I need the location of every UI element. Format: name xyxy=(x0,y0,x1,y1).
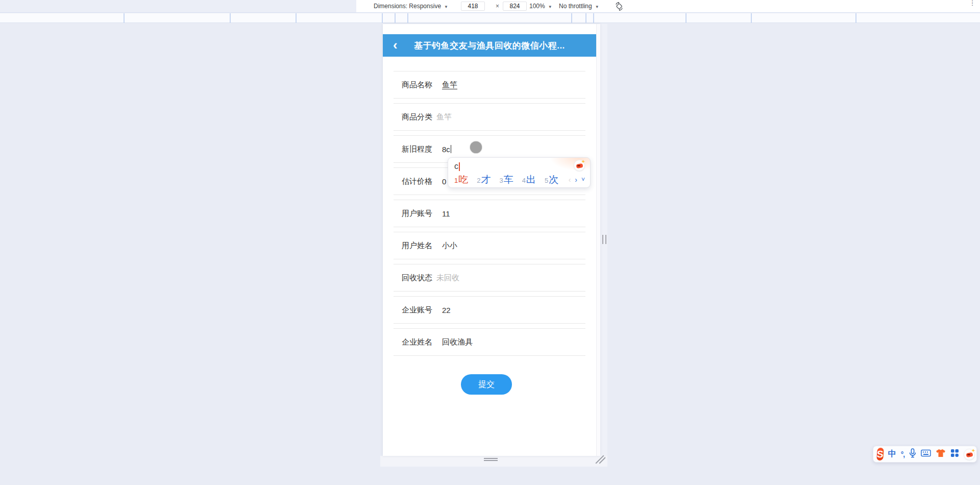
ime-candidate-row: 1吃2才3车4出5次‹›˅ xyxy=(454,173,585,186)
toolbox-grid-icon[interactable] xyxy=(950,449,959,459)
media-query-line xyxy=(407,13,408,23)
form-row-label: 企业姓名 xyxy=(402,337,433,347)
zoom-value: 100% xyxy=(529,3,545,10)
page-title: 基于钓鱼交友与渔具回收的微信小程... xyxy=(383,40,596,52)
form-row[interactable]: 企业账号22 xyxy=(394,296,585,324)
skin-tshirt-icon[interactable] xyxy=(936,449,946,459)
form-row-placeholder[interactable]: 未回收 xyxy=(436,273,459,283)
form-row-value[interactable]: 0 xyxy=(442,177,446,186)
devtools-device-toolbar: Dimensions: Responsive▼ × 100%▼ No throt… xyxy=(0,0,980,13)
page-scrollbar[interactable] xyxy=(596,24,600,456)
keyboard-icon[interactable] xyxy=(921,449,931,459)
form-row-label: 商品分类 xyxy=(402,112,433,122)
form-row-value[interactable]: 回收渔具 xyxy=(442,337,473,347)
candidate-text: 出 xyxy=(526,173,536,186)
toolbar-surface xyxy=(356,0,980,12)
viewport-resize-handle-bottom[interactable] xyxy=(484,458,498,461)
media-query-line xyxy=(685,13,687,23)
ime-candidate[interactable]: 4出 xyxy=(522,173,536,186)
candidate-text: 次 xyxy=(549,173,558,186)
media-query-line xyxy=(585,13,586,23)
form-row-label: 估计价格 xyxy=(402,177,433,186)
candidate-index: 2 xyxy=(477,177,480,184)
media-query-line xyxy=(124,13,125,23)
ime-candidate[interactable]: 1吃 xyxy=(454,173,468,186)
chevron-down-icon: ▼ xyxy=(548,5,552,9)
form-row-label: 企业账号 xyxy=(402,305,433,315)
form-row-label: 用户账号 xyxy=(402,209,433,219)
prev-page-icon[interactable]: ‹ xyxy=(569,176,571,184)
form-row[interactable]: 用户姓名小小 xyxy=(394,232,585,259)
expand-icon[interactable]: ˅ xyxy=(581,176,585,183)
recycle-form: 商品名称鱼竿商品分类鱼竿新旧程度8c估计价格0用户账号11用户姓名小小回收状态未… xyxy=(394,71,585,360)
form-row-label: 商品名称 xyxy=(402,80,433,90)
rotate-viewport-icon[interactable] xyxy=(615,2,624,11)
media-query-line xyxy=(855,13,856,23)
sogou-ai-icon[interactable]: ✦ xyxy=(574,160,585,171)
candidate-index: 5 xyxy=(545,177,548,184)
viewport-width-input[interactable] xyxy=(461,2,485,11)
app-header: ‹ 基于钓鱼交友与渔具回收的微信小程... xyxy=(383,34,596,57)
touch-cursor xyxy=(470,141,482,153)
media-query-line xyxy=(296,13,297,23)
viewport-height-input[interactable] xyxy=(503,2,527,11)
multiply-sign: × xyxy=(496,0,499,12)
sogou-logo[interactable]: S xyxy=(876,448,884,460)
form-row[interactable]: 商品分类鱼竿 xyxy=(394,103,585,131)
form-row-value[interactable]: 11 xyxy=(442,209,450,218)
sogou-ai-icon[interactable]: ✦ xyxy=(964,449,975,460)
candidate-index: 4 xyxy=(522,177,526,184)
viewport-resize-handle-right[interactable] xyxy=(602,235,606,244)
media-query-bar[interactable] xyxy=(0,13,980,23)
miniprogram-page: ‹ 基于钓鱼交友与渔具回收的微信小程... 商品名称鱼竿商品分类鱼竿新旧程度8c… xyxy=(383,24,596,456)
sogou-ime-toolbar: S 中 °, xyxy=(873,446,977,463)
back-icon[interactable]: ‹ xyxy=(393,34,398,57)
candidate-text: 吃 xyxy=(458,173,468,186)
candidate-index: 1 xyxy=(454,177,458,184)
media-query-line xyxy=(230,13,231,23)
ime-candidate-window: c ✦ 1吃2才3车4出5次‹›˅ xyxy=(448,157,591,188)
media-query-line xyxy=(593,13,594,23)
ime-composition-row: c xyxy=(454,160,585,173)
zoom-dropdown[interactable]: 100%▼ xyxy=(529,0,552,12)
chinese-mode-icon[interactable]: 中 xyxy=(888,449,896,459)
form-row-value[interactable]: 鱼竿 xyxy=(442,80,457,90)
ime-candidate[interactable]: 3车 xyxy=(499,173,513,186)
next-page-icon[interactable]: › xyxy=(575,176,577,184)
emulated-viewport: ‹ 基于钓鱼交友与渔具回收的微信小程... 商品名称鱼竿商品分类鱼竿新旧程度8c… xyxy=(383,24,600,456)
viewport-resize-handle-corner[interactable] xyxy=(595,455,605,465)
throttling-value: No throttling xyxy=(559,3,592,10)
form-row-value[interactable]: 8c xyxy=(442,145,450,154)
chevron-down-icon: ▼ xyxy=(595,5,599,9)
microphone-icon[interactable] xyxy=(909,448,916,460)
text-caret xyxy=(451,145,451,153)
candidate-index: 3 xyxy=(499,177,503,184)
media-query-line xyxy=(571,13,572,23)
more-options-icon[interactable]: ⋮ xyxy=(969,1,976,11)
media-query-line xyxy=(395,13,396,23)
form-row-value[interactable]: 小小 xyxy=(442,241,457,251)
form-row-label: 新旧程度 xyxy=(402,144,433,154)
form-row[interactable]: 回收状态未回收 xyxy=(394,264,585,292)
form-row[interactable]: 用户账号11 xyxy=(394,200,585,227)
ime-candidate[interactable]: 2才 xyxy=(477,173,491,186)
dimensions-label: Dimensions: Responsive xyxy=(374,3,441,10)
throttling-dropdown[interactable]: No throttling▼ xyxy=(559,0,599,12)
dimensions-dropdown[interactable]: Dimensions: Responsive▼ xyxy=(374,0,448,12)
device-mode-canvas: ‹ 基于钓鱼交友与渔具回收的微信小程... 商品名称鱼竿商品分类鱼竿新旧程度8c… xyxy=(0,23,980,485)
form-row-label: 回收状态 xyxy=(402,273,433,283)
media-query-line xyxy=(751,13,752,23)
submit-button[interactable]: 提交 xyxy=(461,374,512,395)
ime-composition-text: c xyxy=(454,162,458,171)
ime-pagination: ‹›˅ xyxy=(569,176,585,184)
punctuation-icon[interactable]: °, xyxy=(901,450,905,458)
form-row-placeholder[interactable]: 鱼竿 xyxy=(436,112,452,122)
ime-candidate[interactable]: 5次 xyxy=(545,173,558,186)
form-row[interactable]: 企业姓名回收渔具 xyxy=(394,328,585,356)
form-row-label: 用户姓名 xyxy=(402,241,433,251)
candidate-text: 车 xyxy=(504,173,513,186)
media-query-line xyxy=(382,13,383,23)
form-row-value[interactable]: 22 xyxy=(442,306,451,314)
form-row[interactable]: 商品名称鱼竿 xyxy=(394,71,585,99)
candidate-text: 才 xyxy=(481,173,491,186)
